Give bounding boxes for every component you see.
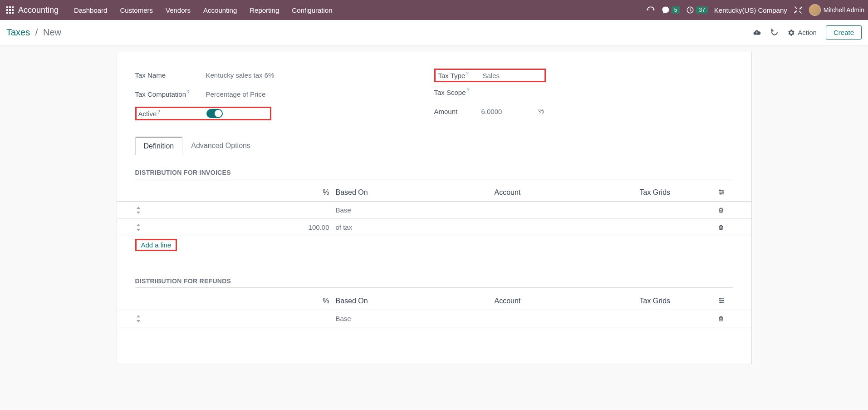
breadcrumb-sep: / [35, 27, 38, 37]
form-grid: Tax Name Kentucky sales tax 6% Tax Compu… [117, 69, 751, 127]
tax-type-value[interactable]: Sales [483, 72, 542, 79]
drag-handle-icon[interactable] [127, 315, 150, 322]
menu-accounting[interactable]: Accounting [197, 0, 243, 20]
highlight-tax-type: Tax Type? Sales [434, 69, 546, 82]
help-icon[interactable]: ? [467, 88, 470, 93]
user-name: Mitchell Admin [824, 6, 864, 14]
phone-icon[interactable] [646, 5, 655, 15]
control-panel-right: Action Create [752, 25, 862, 40]
add-line-row: Add a line [117, 236, 751, 255]
menu-customers[interactable]: Customers [113, 0, 159, 20]
messages-icon[interactable]: 5 [662, 6, 680, 14]
activities-badge: 37 [696, 6, 707, 14]
svg-rect-4 [9, 9, 11, 11]
cell-pct[interactable]: 100.00 [150, 223, 336, 231]
tax-computation-value[interactable]: Percentage of Price [206, 90, 434, 98]
svg-point-11 [722, 191, 723, 193]
tax-type-label: Tax Type? [438, 71, 483, 79]
svg-point-14 [722, 300, 723, 301]
field-amount: Amount 6.0000 % [434, 105, 733, 118]
svg-rect-3 [6, 9, 8, 11]
app-brand[interactable]: Accounting [18, 5, 59, 15]
tools-icon[interactable] [794, 5, 803, 15]
section-refunds: DISTRIBUTION FOR REFUNDS [117, 255, 751, 292]
invoices-table: % Based On Account Tax Grids Base [117, 184, 751, 255]
cell-based-on[interactable]: of tax [336, 223, 495, 231]
svg-rect-6 [6, 12, 8, 14]
highlight-active: Active? [135, 107, 271, 120]
discard-icon[interactable] [770, 29, 779, 37]
action-menu[interactable]: Action [788, 29, 817, 36]
amount-value[interactable]: 6.0000 [481, 108, 502, 115]
col-based-on: Based On [336, 188, 495, 197]
col-account: Account [495, 188, 640, 197]
table-row[interactable]: Base [117, 310, 751, 327]
user-menu[interactable]: Mitchell Admin [809, 4, 864, 16]
tax-name-value[interactable]: Kentucky sales tax 6% [206, 71, 434, 79]
cell-based-on[interactable]: Base [336, 206, 495, 214]
activities-icon[interactable]: 37 [686, 6, 707, 14]
amount-unit: % [538, 108, 544, 115]
form-col-right: Tax Type? Sales Tax Scope? Amount 6.0000… [434, 69, 733, 127]
cloud-save-icon[interactable] [752, 29, 761, 37]
options-icon[interactable] [718, 297, 736, 305]
topbar-right: 5 37 Kentucky(US) Company Mitchell Admin [646, 4, 864, 16]
tab-definition[interactable]: Definition [135, 137, 183, 155]
section-invoices: DISTRIBUTION FOR INVOICES [117, 155, 751, 184]
menu-configuration[interactable]: Configuration [285, 0, 338, 20]
help-icon[interactable]: ? [157, 109, 160, 114]
menu-dashboard[interactable]: Dashboard [68, 0, 113, 20]
table-header: % Based On Account Tax Grids [117, 184, 751, 202]
form-sheet: Tax Name Kentucky sales tax 6% Tax Compu… [117, 52, 752, 364]
avatar [809, 4, 821, 16]
help-icon[interactable]: ? [187, 90, 190, 95]
delete-row-icon[interactable] [718, 224, 736, 231]
tax-name-label: Tax Name [135, 71, 206, 79]
breadcrumb-parent[interactable]: Taxes [6, 27, 30, 37]
delete-row-icon[interactable] [718, 207, 736, 213]
menu-reporting[interactable]: Reporting [243, 0, 285, 20]
menu-vendors[interactable]: Vendors [159, 0, 197, 20]
table-row[interactable]: 100.00 of tax [117, 219, 751, 236]
svg-point-12 [720, 193, 721, 194]
company-selector[interactable]: Kentucky(US) Company [714, 6, 787, 14]
top-nav: Accounting Dashboard Customers Vendors A… [0, 0, 868, 20]
svg-rect-1 [9, 6, 11, 8]
active-toggle[interactable] [206, 109, 223, 118]
breadcrumb: Taxes / New [6, 27, 61, 38]
table-row[interactable]: Base [117, 202, 751, 219]
help-icon[interactable]: ? [466, 71, 469, 76]
table-header: % Based On Account Tax Grids [117, 292, 751, 310]
col-tax-grids: Tax Grids [640, 297, 718, 305]
tab-advanced[interactable]: Advanced Options [182, 137, 259, 155]
drag-handle-icon[interactable] [127, 207, 150, 214]
col-pct: % [150, 297, 336, 305]
tax-computation-label: Tax Computation? [135, 90, 206, 98]
breadcrumb-current: New [43, 27, 61, 37]
svg-rect-7 [9, 12, 11, 14]
add-line-link[interactable]: Add a line [141, 241, 172, 249]
svg-point-15 [720, 301, 721, 303]
tabs: Definition Advanced Options [117, 133, 751, 155]
control-panel: Taxes / New Action Create [0, 20, 868, 45]
amount-label: Amount [434, 108, 481, 115]
svg-point-10 [719, 189, 721, 191]
field-tax-type: Tax Type? Sales [434, 69, 733, 82]
active-label: Active? [138, 109, 206, 118]
cell-based-on[interactable]: Base [336, 315, 495, 322]
messages-badge: 5 [672, 6, 680, 14]
apps-icon[interactable] [4, 4, 16, 16]
field-tax-scope: Tax Scope? [434, 86, 733, 99]
drag-handle-icon[interactable] [127, 224, 150, 231]
delete-row-icon[interactable] [718, 316, 736, 322]
svg-rect-2 [12, 6, 14, 8]
action-label: Action [798, 29, 817, 36]
main-menu: Dashboard Customers Vendors Accounting R… [68, 0, 338, 20]
create-button[interactable]: Create [826, 25, 862, 40]
refunds-table: % Based On Account Tax Grids Base [117, 292, 751, 327]
col-tax-grids: Tax Grids [640, 188, 718, 197]
tax-scope-label: Tax Scope? [434, 88, 481, 96]
options-icon[interactable] [718, 188, 736, 197]
col-pct: % [150, 188, 336, 197]
svg-rect-0 [6, 6, 8, 8]
